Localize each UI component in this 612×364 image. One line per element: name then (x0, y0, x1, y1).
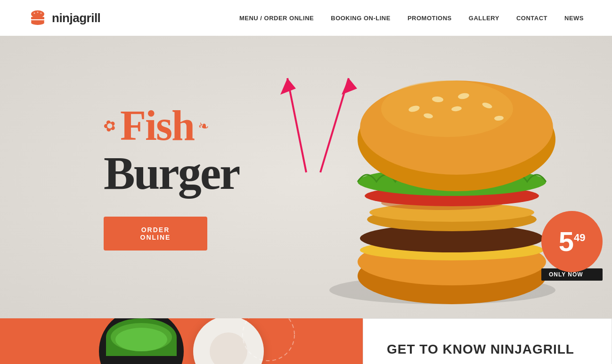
main-nav: MENU / ORDER ONLINE BOOKING ON-LINE PROM… (239, 15, 584, 22)
get-to-know-title: GET TO KNOW NINJAGRILL (387, 342, 588, 357)
nav-booking[interactable]: BOOKING ON-LINE (331, 15, 391, 22)
bowl-item (99, 318, 184, 364)
svg-point-6 (41, 13, 42, 14)
svg-point-25 (381, 81, 513, 137)
logo-icon (28, 8, 47, 27)
arrows-decoration (259, 64, 377, 186)
order-online-button[interactable]: ORDER ONLINE (104, 217, 207, 251)
food-image-section (0, 318, 363, 364)
get-to-know-section: GET TO KNOW NINJAGRILL 〜〜〜〜 (363, 318, 612, 364)
svg-line-7 (287, 78, 306, 172)
svg-marker-10 (342, 78, 357, 95)
site-header: ninjagrill MENU / ORDER ONLINE BOOKING O… (0, 0, 612, 36)
svg-marker-8 (280, 78, 296, 95)
logo-text: ninjagrill (52, 11, 100, 25)
price-cents: 49 (574, 232, 585, 244)
price-circle: 5 49 (541, 211, 603, 272)
hero-content: ✿ Fish ❧ Burger ORDER ONLINE (0, 104, 239, 251)
leaf-left-icon: ✿ (101, 116, 119, 136)
price-main: 5 (559, 228, 574, 255)
svg-point-4 (34, 13, 35, 14)
leaf-right-icon: ❧ (197, 118, 210, 134)
squiggle-decoration: 〜〜〜〜 (387, 363, 588, 364)
svg-point-3 (31, 20, 44, 25)
sauce-dish (193, 318, 264, 364)
nav-menu-order[interactable]: MENU / ORDER ONLINE (239, 15, 314, 22)
nav-news[interactable]: NEWS (564, 15, 584, 22)
lettuce-highlight (115, 328, 167, 351)
svg-point-33 (243, 318, 294, 361)
price-badge: 5 49 ONLY NOW (541, 211, 603, 281)
bottom-section: GET TO KNOW NINJAGRILL 〜〜〜〜 (0, 318, 612, 364)
hero-title: ✿ Fish ❧ Burger (104, 104, 239, 198)
svg-point-5 (37, 12, 39, 13)
svg-point-0 (31, 10, 44, 18)
fish-text: Fish (120, 104, 194, 148)
svg-rect-1 (31, 17, 44, 19)
hero-section: ✿ Fish ❧ Burger ORDER ONLINE (0, 36, 612, 318)
dashed-decoration (240, 318, 297, 363)
logo-area[interactable]: ninjagrill (28, 8, 100, 27)
nav-promotions[interactable]: PROMOTIONS (408, 15, 452, 22)
burger-text: Burger (104, 147, 239, 199)
food-items-display (0, 318, 363, 364)
nav-contact[interactable]: CONTACT (516, 15, 547, 22)
nav-gallery[interactable]: GALLERY (469, 15, 499, 22)
